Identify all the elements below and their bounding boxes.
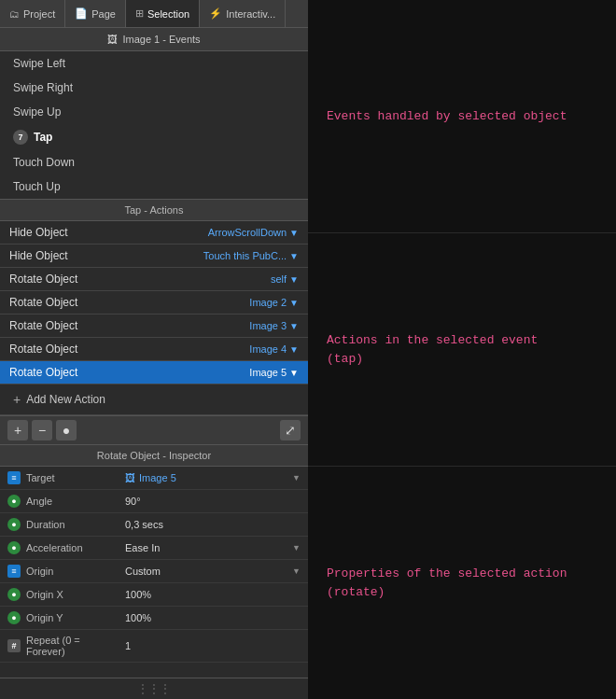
origin-y-row-value: 100%: [125, 612, 301, 623]
inspector-row-acceleration[interactable]: ● Acceleration Ease In ▼: [0, 537, 308, 560]
action-hide-2[interactable]: Hide Object Touch this PubC... ▼: [0, 245, 308, 268]
action-hide-1[interactable]: Hide Object ArrowScrollDown ▼: [0, 221, 308, 245]
inspector-row-duration[interactable]: ● Duration 0,3 secs: [0, 513, 308, 537]
target-value-icon: 🖼: [125, 472, 135, 483]
duration-row-icon: ●: [7, 518, 21, 531]
bottom-toolbar: + − ● ⤢: [0, 415, 308, 445]
target-row-icon: ≡: [7, 471, 21, 484]
expand-button[interactable]: ⤢: [280, 420, 301, 440]
action-rotate-self[interactable]: Rotate Object self ▼: [0, 268, 308, 291]
origin-chevron-icon: ▼: [292, 566, 301, 576]
inspector-row-target[interactable]: ≡ Target 🖼 Image 5 ▼: [0, 467, 308, 490]
angle-row-value: 90°: [125, 496, 301, 507]
event-touch-down[interactable]: Touch Down: [0, 150, 308, 175]
right-label-actions: Actions in the selected event (tap): [327, 331, 538, 368]
origin-x-row-icon: ●: [7, 588, 21, 601]
inspector-row-origin-y[interactable]: ● Origin Y 100%: [0, 607, 308, 630]
inspector-row-angle[interactable]: ● Angle 90°: [0, 490, 308, 513]
chevron-icon-6: ▼: [289, 344, 299, 355]
tab-selection[interactable]: ⊞ Selection: [126, 0, 200, 27]
tap-badge: 7: [13, 130, 28, 145]
action-rotate-img4[interactable]: Rotate Object Image 4 ▼: [0, 338, 308, 361]
actions-list: Hide Object ArrowScrollDown ▼ Hide Objec…: [0, 221, 308, 384]
inspector-row-repeat[interactable]: # Repeat (0 = Forever) 1: [0, 630, 308, 663]
repeat-row-icon: #: [7, 639, 21, 652]
events-header-icon: 🖼: [107, 34, 118, 45]
events-list: Swipe Left Swipe Right Swipe Up 7 Tap To…: [0, 51, 308, 199]
circle-button[interactable]: ●: [56, 420, 77, 440]
action-rotate-img5[interactable]: Rotate Object Image 5 ▼: [0, 361, 308, 384]
events-section-header: 🖼 Image 1 - Events: [0, 28, 308, 51]
origin-y-row-icon: ●: [7, 611, 21, 624]
inspector-row-origin[interactable]: ≡ Origin Custom ▼: [0, 560, 308, 583]
page-icon: 📄: [75, 7, 88, 20]
tab-project[interactable]: 🗂 Project: [0, 0, 65, 27]
bottom-handle: ⋮⋮⋮: [0, 678, 308, 699]
right-section-events: Events handled by selected object: [308, 0, 616, 233]
chevron-icon-5: ▼: [289, 321, 299, 331]
chevron-icon-4: ▼: [289, 298, 299, 308]
right-section-properties: Properties of the selected action (rotat…: [308, 467, 616, 699]
add-button[interactable]: +: [7, 420, 28, 440]
chevron-icon-3: ▼: [289, 274, 299, 285]
acceleration-row-icon: ●: [7, 541, 21, 554]
chevron-icon-1: ▼: [289, 228, 299, 238]
add-action-button[interactable]: + Add New Action: [0, 384, 308, 415]
selection-icon: ⊞: [135, 7, 144, 20]
right-label-properties: Properties of the selected action (rotat…: [327, 565, 567, 601]
angle-row-icon: ●: [7, 495, 21, 508]
inspector-body: ≡ Target 🖼 Image 5 ▼ ● Angle 90° ● Durat…: [0, 467, 308, 678]
event-swipe-right[interactable]: Swipe Right: [0, 76, 308, 100]
chevron-icon-2: ▼: [289, 251, 299, 261]
actions-section-header: Tap - Actions: [0, 200, 308, 221]
project-icon: 🗂: [9, 8, 20, 20]
right-label-events: Events handled by selected object: [327, 107, 567, 126]
right-panel: Events handled by selected object Action…: [308, 0, 616, 699]
origin-x-row-value: 100%: [125, 589, 301, 600]
action-rotate-img2[interactable]: Rotate Object Image 2 ▼: [0, 291, 308, 315]
tab-bar: 🗂 Project 📄 Page ⊞ Selection ⚡ Interacti…: [0, 0, 308, 28]
handle-icon: ⋮⋮⋮: [137, 682, 171, 695]
target-row-value: 🖼 Image 5 ▼: [125, 472, 301, 483]
inspector-section-header: Rotate Object - Inspector: [0, 445, 308, 467]
interactive-icon: ⚡: [209, 7, 222, 20]
tab-page[interactable]: 📄 Page: [65, 0, 126, 27]
repeat-row-value: 1: [125, 640, 301, 651]
acceleration-chevron-icon: ▼: [292, 543, 301, 552]
origin-row-value: Custom ▼: [125, 566, 301, 577]
tab-interactive[interactable]: ⚡ Interactiv...: [200, 0, 286, 27]
chevron-icon-7: ▼: [289, 368, 299, 378]
add-plus-icon: +: [13, 392, 21, 407]
duration-row-value: 0,3 secs: [125, 519, 301, 530]
event-swipe-up[interactable]: Swipe Up: [0, 100, 308, 124]
acceleration-row-value: Ease In ▼: [125, 542, 301, 553]
event-swipe-left[interactable]: Swipe Left: [0, 51, 308, 76]
action-rotate-img3[interactable]: Rotate Object Image 3 ▼: [0, 315, 308, 338]
origin-row-icon: ≡: [7, 565, 21, 578]
right-section-actions: Actions in the selected event (tap): [308, 233, 616, 467]
target-chevron-icon: ▼: [292, 473, 301, 482]
event-touch-up[interactable]: Touch Up: [0, 175, 308, 199]
remove-button[interactable]: −: [32, 420, 52, 440]
expand-icon: ⤢: [285, 423, 296, 438]
event-tap[interactable]: 7 Tap: [0, 124, 308, 150]
inspector-row-origin-x[interactable]: ● Origin X 100%: [0, 583, 308, 607]
